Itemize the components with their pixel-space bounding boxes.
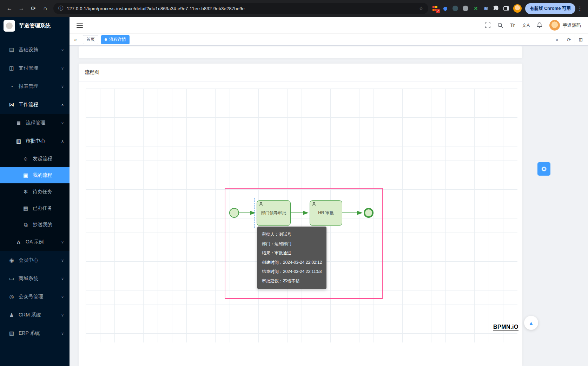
sidebar-item-done-tasks[interactable]: ▦ 已办任务 (0, 200, 70, 216)
back-to-top-button[interactable]: ▲ (524, 316, 538, 330)
bpmn-task-dept-leader-approval[interactable]: 部门领导审批 (257, 200, 291, 226)
approval-center-icon: ▥ (15, 138, 22, 144)
chevron-down-icon: ∨ (61, 84, 64, 89)
active-tab-dot (105, 38, 107, 41)
user-task-icon (259, 202, 263, 207)
app-logo[interactable]: 芋道管理系统 (0, 17, 70, 34)
sidebar-item-oa-demo[interactable]: A OA 示例 ∨ (0, 233, 70, 251)
globe-extension-icon[interactable] (452, 5, 458, 12)
bookmark-star-icon[interactable]: ☆ (419, 5, 423, 12)
menu-fold-icon[interactable] (77, 22, 83, 28)
card-title: 流程图 (79, 64, 522, 81)
sidebar-item-process-management[interactable]: ≣ 流程管理 ∨ (0, 114, 70, 132)
task-tooltip: 审批人：测试号 部门：运维部门 结果：审批通过 创建时间：2024-03-24 … (257, 227, 326, 289)
sidebar-item-crm-system[interactable]: ♟ CRM 系统 ∨ (0, 306, 70, 324)
grid-extension-icon[interactable]: 7 (432, 5, 438, 12)
tags-refresh-icon[interactable]: ⟳ (563, 34, 575, 45)
site-info-icon[interactable]: ⓘ (58, 5, 63, 12)
sidebar-item-cc-me[interactable]: ⧉ 抄送我的 (0, 216, 70, 233)
start-process-icon: ☺ (22, 156, 29, 162)
sidebar-item-start-process[interactable]: ☺ 发起流程 (0, 150, 70, 167)
sequence-flows (79, 81, 516, 355)
sidebar-item-todo-tasks[interactable]: ✻ 待办任务 (0, 183, 70, 200)
bpmn-end-event[interactable] (364, 208, 374, 218)
chevron-down-icon: ∨ (61, 258, 64, 263)
sidebar-item-my-process[interactable]: ▣ 我的流程 (0, 167, 70, 183)
sidebar-item-erp-system[interactable]: ▧ ERP 系统 ∨ (0, 324, 70, 342)
browser-toolbar: ← → ⟳ ⌂ ⓘ 127.0.0.1/bpm/process-instance… (0, 0, 588, 17)
tooltip-row: 结束时间：2024-03-24 22:11:53 (262, 267, 322, 276)
user-task-icon (312, 202, 316, 207)
sidebar: 芋道管理系统 ▤ 基础设施 ∨ ◫ 支付管理 ∨ ◔ 报表管理 ∨ ⋈ 工作流程… (0, 17, 70, 366)
sidebar-item-infrastructure[interactable]: ▤ 基础设施 ∨ (0, 41, 70, 59)
tooltip-row: 部门：运维部门 (262, 239, 322, 249)
gray-circle-extension-icon[interactable] (462, 5, 469, 12)
browser-home-icon[interactable]: ⌂ (39, 2, 51, 14)
chevron-down-icon: ∨ (61, 121, 64, 125)
tab-process-detail[interactable]: 流程详情 (101, 35, 130, 44)
green-extension-icon[interactable]: ✕ (473, 5, 479, 12)
user-menu[interactable]: 芋道源码 (549, 20, 581, 31)
tab-home[interactable]: 首页 (83, 35, 98, 44)
tags-layout-icon[interactable]: ⊞ (575, 34, 587, 45)
previous-card-bottom (79, 46, 522, 58)
chevron-down-icon: ∨ (61, 313, 64, 318)
font-size-icon[interactable]: Tr (510, 22, 515, 28)
chevron-down-icon: ∨ (61, 48, 64, 52)
sidebar-item-mall-system[interactable]: ▭ 商城系统 ∨ (0, 269, 70, 288)
tooltip-row: 审批建议：不错不错 (262, 276, 322, 286)
sidebar-item-payment[interactable]: ◫ 支付管理 ∨ (0, 59, 70, 77)
workflow-icon: ⋈ (8, 102, 15, 108)
tags-scroll-right-icon[interactable]: » (551, 34, 563, 45)
chevron-down-icon: ∨ (61, 276, 64, 281)
browser-refresh-icon[interactable]: ⟳ (27, 2, 39, 14)
app-header: Tr 文A 芋道源码 (70, 17, 588, 34)
translate-icon[interactable]: 文A (522, 22, 530, 28)
sidebar-item-mp-management[interactable]: ◎ 公众号管理 ∨ (0, 288, 70, 306)
chevron-up-icon: ∧ (61, 139, 64, 144)
flow-diagram-card: 流程图 (79, 64, 522, 366)
bpmn-task-hr-approval[interactable]: HR 审批 (310, 200, 342, 226)
monitor-icon: ▤ (8, 47, 15, 53)
search-icon[interactable] (497, 22, 503, 28)
done-task-icon: ▦ (22, 205, 29, 211)
browser-forward-icon[interactable]: → (15, 2, 27, 14)
tags-view-bar: « 首页 流程详情 » ⟳ ⊞ (70, 34, 588, 46)
sidebar-item-report[interactable]: ◔ 报表管理 ∨ (0, 77, 70, 96)
fullscreen-icon[interactable] (485, 22, 490, 28)
app-title: 芋道管理系统 (19, 22, 51, 29)
tags-scroll-left-icon[interactable]: « (71, 37, 80, 43)
process-manage-icon: ≣ (15, 120, 22, 126)
tooltip-row: 结果：审批通过 (262, 248, 322, 258)
theme-settings-button[interactable]: ⚙ (537, 162, 550, 176)
chevron-down-icon: ∨ (61, 66, 64, 71)
payment-icon: ◫ (8, 65, 15, 71)
sidebar-item-workflow[interactable]: ⋈ 工作流程 ∧ (0, 96, 70, 114)
url-text[interactable]: 127.0.0.1/bpm/process-instance/detail?id… (67, 6, 415, 11)
chevron-down-icon: ∨ (61, 331, 64, 336)
bpmn-canvas[interactable]: 部门领导审批 HR 审批 审批人：测试号 部门：运维部门 结果：审批通过 创建时… (79, 81, 522, 366)
layers-extension-icon[interactable]: ≋ (483, 5, 489, 12)
oa-demo-icon: A (15, 239, 22, 245)
browser-back-icon[interactable]: ← (4, 2, 15, 14)
side-panel-icon[interactable] (503, 5, 509, 12)
sidebar-item-approval-center[interactable]: ▥ 审批中心 ∧ (0, 132, 70, 150)
bpmn-start-event[interactable] (229, 208, 239, 218)
user-name: 芋道源码 (563, 22, 581, 28)
notification-bell-icon[interactable] (537, 22, 542, 28)
chrome-update-button[interactable]: 有新版 Chrome 可用 (525, 3, 575, 14)
tooltip-row: 审批人：测试号 (262, 230, 322, 239)
my-process-icon: ▣ (22, 172, 29, 178)
browser-profile-avatar[interactable] (513, 4, 522, 13)
page-content: 流程图 (70, 46, 588, 366)
sidebar-item-member-center[interactable]: ◉ 会员中心 ∨ (0, 251, 70, 269)
pin-extension-icon[interactable] (442, 5, 448, 12)
mall-icon: ▭ (8, 275, 15, 282)
extensions-puzzle-icon[interactable] (493, 5, 499, 12)
user-avatar (549, 20, 560, 31)
browser-menu-icon[interactable]: ⋮ (575, 5, 584, 12)
member-icon: ◉ (8, 257, 15, 263)
bpmn-io-logo[interactable]: BPMN.iO (493, 324, 518, 331)
cc-me-icon: ⧉ (22, 222, 29, 228)
address-bar[interactable]: ⓘ 127.0.0.1/bpm/process-instance/detail?… (53, 3, 428, 14)
